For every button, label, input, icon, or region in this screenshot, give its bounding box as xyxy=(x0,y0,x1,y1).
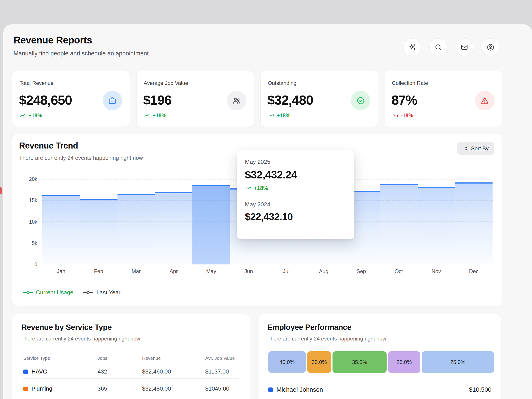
table-header-row: Service Type Jobs Revenue Avr. Job Value xyxy=(23,355,239,361)
y-tick-15k: 15k xyxy=(29,197,37,203)
stack-segment-label: 25.0% xyxy=(450,359,465,365)
employee-performance-title: Employee Performance xyxy=(267,323,351,332)
sort-icon xyxy=(463,146,468,151)
trend-down-icon xyxy=(392,113,399,118)
ai-assistant-button[interactable] xyxy=(403,38,421,56)
x-tick-feb: Feb xyxy=(80,268,117,274)
tooltip-value-previous: $22,432.10 xyxy=(245,211,346,222)
team-icon xyxy=(232,96,241,105)
column-header: Service Type xyxy=(23,355,98,361)
main-panel: Revenue Reports Manually find people and… xyxy=(3,24,532,399)
y-tick-0: 0 xyxy=(34,262,37,267)
stat-icon-circle xyxy=(475,91,494,110)
trend-up-icon xyxy=(144,113,150,118)
series-color-swatch xyxy=(23,386,28,391)
x-tick-aug: Aug xyxy=(305,268,342,274)
stack-segment-3[interactable]: 35.0% xyxy=(332,351,386,373)
search-icon xyxy=(434,44,442,51)
legend-item-current-usage[interactable]: Current Usage xyxy=(23,289,73,296)
stat-icon-circle xyxy=(227,91,246,110)
stat-trend-value: +18% xyxy=(28,112,42,119)
column-header: Revenue xyxy=(142,355,205,361)
table-row[interactable]: Pluming 365 $32,480.00 $1045.00 xyxy=(23,382,239,395)
stat-value: $248,650 xyxy=(19,92,72,108)
chart-bar-may[interactable] xyxy=(192,185,230,265)
y-tick-10k: 10k xyxy=(29,219,37,225)
avg-job-value-cell: $1137.00 xyxy=(205,368,239,375)
briefcase-icon xyxy=(108,96,117,105)
stack-segment-2[interactable]: 35.0% xyxy=(307,351,331,373)
stat-icon-circle xyxy=(103,91,122,110)
tooltip-period-previous: May 2024 xyxy=(245,201,346,208)
page-subtitle: Manually find people and schedule an app… xyxy=(13,50,150,57)
service-name-cell: HAVC xyxy=(23,368,98,375)
table-row[interactable]: HAVC 432 $32,460.00 $1137.00 xyxy=(23,365,239,378)
stack-segment-4[interactable]: 25.0% xyxy=(388,351,420,373)
revenue-by-service-type-card: Revenue by Service Type There are curren… xyxy=(12,314,250,399)
profile-icon xyxy=(487,43,494,51)
tooltip-period-current: May 2025 xyxy=(245,158,346,165)
stat-value: $32,480 xyxy=(267,92,313,108)
legend-label: Current Usage xyxy=(36,289,73,296)
row-divider xyxy=(23,378,239,379)
stat-trend: +18% xyxy=(19,112,42,119)
x-tick-nov: Nov xyxy=(418,268,455,274)
tooltip-trend: +18% xyxy=(245,185,346,191)
employee-amount: $10,500 xyxy=(469,386,491,393)
legend-line-marker-icon xyxy=(23,291,33,294)
revenue-cell: $32,460.00 xyxy=(142,368,205,375)
stat-card-average-job-value: Average Job Value $196 +18% xyxy=(136,71,254,127)
stats-row: Total Revenue $248,650 +18% Average Job … xyxy=(12,71,502,127)
left-edge-tab[interactable] xyxy=(0,187,2,194)
stack-segment-1[interactable]: 40.0% xyxy=(268,351,306,373)
y-tick-20k: 20k xyxy=(29,176,37,182)
chart-bar-dec[interactable] xyxy=(455,183,493,265)
legend-label: Last Year xyxy=(96,289,120,296)
chart-bar-jan[interactable] xyxy=(42,195,80,265)
legend-line-marker-icon xyxy=(83,291,93,294)
mail-button[interactable] xyxy=(456,38,473,56)
stat-value: $196 xyxy=(143,92,171,108)
chart-tooltip: May 2025 $32,432.24 +18% May 2024 $22,43… xyxy=(237,150,355,239)
chart-bar-mar[interactable] xyxy=(117,194,155,265)
stat-label: Outstanding xyxy=(268,80,296,86)
sort-by-label: Sort By xyxy=(471,146,488,152)
employee-performance-card: Employee Performance There are currently… xyxy=(258,314,501,399)
stack-segment-label: 35.0% xyxy=(352,359,367,365)
x-tick-dec: Dec xyxy=(455,268,493,274)
chart-bar-apr[interactable] xyxy=(155,192,192,265)
stat-label: Total Revenue xyxy=(19,80,53,86)
search-button[interactable] xyxy=(429,38,447,56)
check-circle-icon xyxy=(356,96,365,105)
chart-bar-nov[interactable] xyxy=(418,187,455,265)
stat-card-total-revenue: Total Revenue $248,650 +18% xyxy=(12,71,130,127)
service-type-subtitle: There are currently 24 events happening … xyxy=(21,336,140,342)
chart-bar-feb[interactable] xyxy=(80,199,117,265)
stat-card-collection-rate: Collection Rate 87% -18% xyxy=(385,71,502,127)
x-tick-jul: Jul xyxy=(267,268,305,274)
stat-icon-circle xyxy=(351,91,370,110)
trend-up-icon xyxy=(19,113,26,118)
legend-item-last-year[interactable]: Last Year xyxy=(83,289,120,296)
service-type-table: Service Type Jobs Revenue Avr. Job Value… xyxy=(23,355,239,395)
sparkles-icon xyxy=(408,43,416,51)
chart-legend: Current Usage Last Year xyxy=(23,289,120,296)
jobs-cell: 432 xyxy=(98,368,142,375)
revenue-trend-title: Revenue Trend xyxy=(19,141,78,151)
sort-by-button[interactable]: Sort By xyxy=(457,142,494,155)
stack-segment-label: 40.0% xyxy=(279,359,295,365)
page-title: Revenue Reports xyxy=(13,35,92,46)
x-tick-oct: Oct xyxy=(380,268,417,274)
profile-button[interactable] xyxy=(482,38,500,56)
trend-up-icon xyxy=(268,113,274,118)
stat-value: 87% xyxy=(392,92,417,108)
header-actions xyxy=(403,38,500,56)
revenue-trend-card: Revenue Trend There are currently 24 eve… xyxy=(12,134,502,306)
stat-trend: +18% xyxy=(144,112,166,119)
stat-trend-value: +18% xyxy=(152,112,166,119)
x-tick-mar: Mar xyxy=(117,268,155,274)
stack-segment-5[interactable]: 25.0% xyxy=(422,351,494,373)
employee-list-item[interactable]: Michael Johnson $10,500 xyxy=(268,383,491,396)
chart-bar-oct[interactable] xyxy=(380,184,417,265)
x-tick-jan: Jan xyxy=(42,268,80,274)
